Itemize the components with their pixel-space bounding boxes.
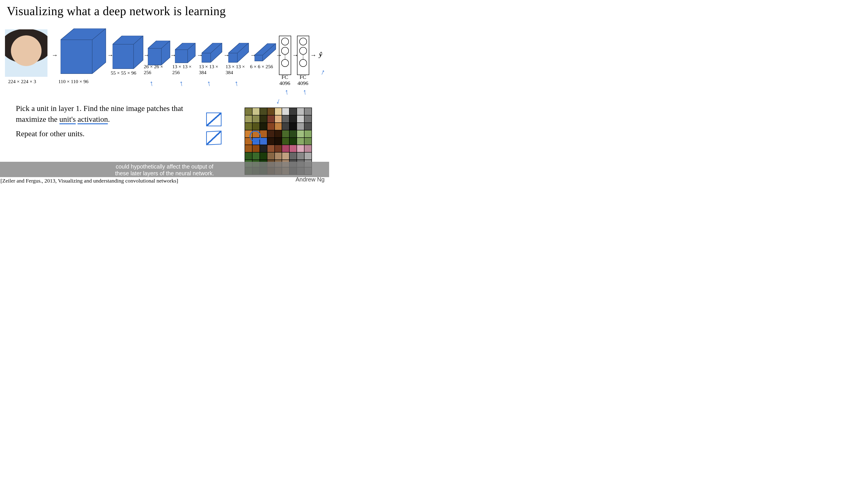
patch-cell	[297, 116, 304, 123]
patch-cell	[305, 108, 311, 115]
hand-arrow-icon: ↑	[319, 67, 327, 77]
patch-cell	[289, 123, 297, 130]
fc-column-2: ⋮	[297, 36, 309, 75]
slide-body: Pick a unit in layer 1. Find the nine im…	[16, 103, 194, 143]
layer-dim-6: 13 × 13 × 384	[225, 64, 250, 75]
conv-block-5	[202, 43, 222, 63]
patch-cell	[297, 123, 304, 130]
patch-cell	[245, 108, 252, 115]
patch-cell	[282, 123, 289, 130]
patch-cell	[252, 145, 259, 152]
output-symbol: ŷ	[319, 51, 322, 58]
patch-cell	[289, 138, 297, 145]
patch-cell	[289, 116, 297, 123]
layer-dim-0: 224 × 224 × 3	[8, 78, 36, 85]
conv-block-4	[175, 43, 196, 63]
patch-cell	[275, 153, 282, 160]
patch-cell	[260, 130, 267, 137]
arrow-icon: →	[52, 52, 58, 58]
conv-block-3	[148, 41, 170, 66]
patch-cell	[260, 123, 267, 130]
citation: [Zeiler and Fergus., 2013, Visualizing a…	[0, 178, 178, 184]
patch-cell	[260, 138, 267, 145]
input-image	[5, 29, 48, 77]
patch-cell	[289, 153, 297, 160]
patch-cell	[305, 138, 311, 145]
slide-title: Visualizing what a deep network is learn…	[7, 4, 226, 18]
hand-arrow-icon: ↑	[206, 79, 212, 88]
body-line-1: Pick a unit in layer 1. Find the nine im…	[16, 103, 194, 125]
patch-cell	[245, 153, 252, 160]
fc-column-1: ⋮	[279, 36, 291, 75]
patch-cell	[275, 145, 282, 152]
conv-block-7	[254, 43, 276, 61]
layer-dim-4: 13 × 13 × 256	[172, 64, 197, 75]
patch-cell	[282, 116, 289, 123]
svg-marker-1	[113, 36, 143, 69]
edge-sketch-1	[206, 112, 221, 126]
body-line-2: Repeat for other units.	[16, 128, 194, 139]
patch-cell	[260, 145, 267, 152]
patch-cell	[245, 116, 252, 123]
patch-cell	[282, 153, 289, 160]
patch-cell	[275, 116, 282, 123]
patch-cell	[268, 108, 274, 115]
hand-arrow-icon: ↑	[275, 97, 281, 107]
patch-cell	[252, 116, 259, 123]
patch-cell	[260, 153, 267, 160]
patch-cell	[268, 116, 274, 123]
patch-cell	[268, 123, 274, 130]
patch-cell	[297, 138, 304, 145]
patch-cell	[275, 130, 282, 137]
patch-cell	[305, 116, 311, 123]
patch-cell	[297, 145, 304, 152]
patch-cell	[260, 116, 267, 123]
patch-cell	[289, 130, 297, 137]
patch-cell	[268, 153, 274, 160]
video-caption: could hypothetically affect the output o…	[0, 163, 329, 177]
conv-block-2	[113, 36, 144, 70]
hand-arrow-icon: ↑	[234, 79, 239, 88]
patch-cell	[297, 130, 304, 137]
hand-arrow-icon: ↑	[302, 88, 307, 96]
patch-cell	[282, 138, 289, 145]
patch-cell	[297, 108, 304, 115]
patch-cell	[260, 108, 267, 115]
hand-arrow-icon: ↑	[179, 79, 184, 88]
patch-cell	[305, 130, 311, 137]
arrow-icon: →	[310, 52, 316, 58]
patch-cell	[275, 108, 282, 115]
patch-cell	[268, 130, 274, 137]
patch-cell	[305, 153, 311, 160]
patch-cell	[275, 138, 282, 145]
patch-cell	[282, 145, 289, 152]
patch-cell	[252, 108, 259, 115]
patch-cell	[245, 123, 252, 130]
fc-label-2: FC4096	[296, 74, 310, 86]
hand-arrow-icon: ↑	[149, 79, 154, 88]
network-diagram: 224 × 224 × 3 → 110 × 110 × 96 → 55 × 55…	[5, 29, 324, 88]
patch-cell	[282, 108, 289, 115]
svg-marker-2	[148, 41, 170, 65]
layer-dim-7: 6 × 6 × 256	[250, 64, 273, 70]
highlight-circle-icon	[250, 131, 261, 142]
hand-arrow-icon: ↑	[284, 88, 289, 96]
patch-cell	[305, 123, 311, 130]
layer-dim-5: 13 × 13 × 384	[199, 64, 224, 75]
presenter-name: Andrew Ng	[296, 176, 324, 183]
patch-cell	[289, 145, 297, 152]
patch-cell	[268, 138, 274, 145]
patch-cell	[297, 153, 304, 160]
patch-cell	[245, 145, 252, 152]
svg-marker-0	[61, 29, 106, 74]
conv-block-1	[61, 29, 108, 76]
patch-cell	[305, 145, 311, 152]
patch-cell	[282, 130, 289, 137]
layer-dim-1: 110 × 110 × 96	[58, 78, 88, 85]
layer-dim-3: 26 × 26 × 256	[144, 64, 168, 75]
layer-dim-2: 55 × 55 × 96	[111, 70, 136, 76]
patch-cell	[268, 145, 274, 152]
patch-cell	[252, 153, 259, 160]
conv-block-6	[228, 43, 249, 63]
patch-cell	[289, 108, 297, 115]
